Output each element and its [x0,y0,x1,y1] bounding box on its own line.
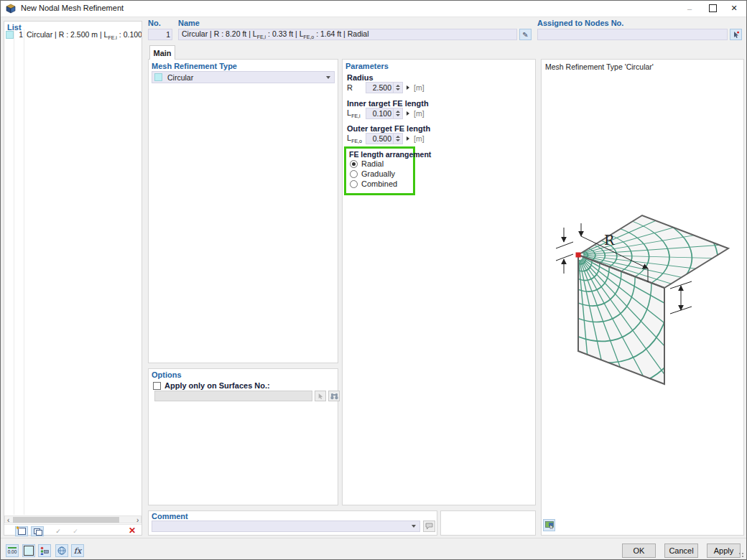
pick-surfaces-button [315,391,326,401]
copy-icon [34,528,42,535]
unit-popup-icon[interactable] [407,111,409,116]
inner-fe-row: LFE,i 0.100 [m] [347,108,424,119]
color-swatch-button[interactable] [22,544,35,557]
select-nodes-button[interactable] [730,29,742,40]
list-hscrollbar[interactable]: ‹ › [4,515,141,523]
new-item-button[interactable]: ✦ [15,526,28,536]
globe-icon [57,546,66,555]
title-bar[interactable]: New Nodal Mesh Refinement – ✕ [1,1,746,17]
mesh-preview-image: R [544,203,743,411]
outer-fe-row: LFE,o 0.500 [m] [347,133,424,144]
delete-item-button[interactable]: ✕ [126,526,138,536]
inner-fe-symbol: LFE,i [347,108,366,118]
radio-icon[interactable] [350,160,358,168]
type-dropdown[interactable]: Circular [152,71,335,83]
assigned-nodes-input[interactable] [537,29,728,40]
comment-combobox[interactable] [152,521,420,532]
surfaces-input [154,391,312,401]
chevron-down-icon [326,76,330,79]
radius-unit: [m] [414,83,424,92]
help-globe-button[interactable] [55,544,68,557]
pick-cursor-icon [732,31,740,39]
refined-node-marker [576,253,581,258]
r-dimension-label: R [604,232,615,248]
tab-main[interactable]: Main [149,45,175,60]
no-label: No. [148,19,174,27]
scroll-left-icon[interactable]: ‹ [7,517,9,523]
list-grid-line [24,29,24,515]
preview-color-button[interactable] [543,519,555,531]
maximize-icon [709,4,717,12]
surfaces-field-row [154,391,340,401]
inner-fe-input[interactable]: 0.100 [366,108,403,119]
radio-radial[interactable]: Radial [350,159,384,168]
scrollbar-thumb[interactable] [13,517,119,523]
type-color-swatch [154,73,162,81]
preview-title: Mesh Refinement Type 'Circular' [545,62,654,71]
name-input[interactable]: Circular | R : 8.20 ft | LFE,i : 0.33 ft… [178,29,517,40]
spinner[interactable] [393,108,402,118]
chevron-down-icon [412,525,416,528]
radio-gradually-label: Gradually [361,169,395,178]
type-panel: Mesh Refinement Type Circular [148,59,338,363]
apply-surfaces-checkbox[interactable] [153,382,161,390]
dialog-footer: 0.00 fx OK Cancel Apply [1,538,746,560]
name-group: Name Circular | R : 8.20 ft | LFE,i : 0.… [178,19,532,42]
fe-arrangement-label: FE length arrangement [349,150,431,159]
options-panel: Options Apply only on Surfaces No.: [148,368,338,505]
radio-combined-label: Combined [361,179,397,188]
spinner[interactable] [393,134,402,144]
edit-icon: ✎ [522,31,528,39]
fe-arrangement-highlight: FE length arrangement Radial Gradually C… [344,146,415,195]
outer-fe-input[interactable]: 0.500 [366,133,403,144]
graphic-settings-icon [545,521,554,529]
list-item[interactable]: 1 Circular | R : 2.500 m | LFE,i : 0.100… [4,30,141,39]
list-grid-line [14,29,14,515]
type-value: Circular [167,73,193,82]
radio-gradually[interactable]: Gradually [350,169,395,178]
inner-fe-label: Inner target FE length [347,99,429,108]
close-button[interactable]: ✕ [723,1,745,16]
unit-popup-icon[interactable] [407,136,409,141]
display-properties-button[interactable] [38,544,51,557]
function-button[interactable]: fx [71,544,84,557]
resize-grip[interactable] [738,552,744,558]
color-swatch-icon [24,546,34,556]
scroll-right-icon[interactable]: › [136,517,139,523]
radio-icon[interactable] [350,170,358,178]
copy-item-button[interactable] [31,526,44,536]
window-title: New Nodal Mesh Refinement [21,4,124,12]
display-properties-icon [40,546,49,555]
decimal-places-button[interactable]: 0.00 [6,544,19,557]
find-surfaces-button [328,391,340,401]
spinner[interactable] [393,83,402,93]
tab-main-label: Main [153,49,171,57]
fx-icon: fx [74,546,81,556]
radius-input[interactable]: 2.500 [366,82,403,93]
binoculars-icon [330,393,338,400]
name-label: Name [178,19,532,27]
list-panel: List 1 Circular | R : 2.500 m | LFE,i : … [4,21,142,536]
no-value: 1 [149,30,172,39]
assigned-nodes-group: Assigned to Nodes No. [537,19,743,42]
cancel-button[interactable]: Cancel [664,543,698,558]
parameters-label: Parameters [345,62,389,70]
comment-panel: Comment [148,510,437,536]
color-swatch [6,31,14,39]
inner-fe-unit: [m] [414,109,424,118]
unit-popup-icon[interactable] [407,85,409,90]
ok-button[interactable]: OK [622,543,656,558]
maximize-button[interactable] [702,1,723,16]
comment-bubble-icon [425,523,433,530]
list-item-number: 1 [14,30,23,39]
minimize-button: – [679,1,700,16]
apply-button[interactable]: Apply [707,543,741,558]
comment-templates-button[interactable] [423,521,435,532]
radio-icon[interactable] [350,180,358,188]
edit-name-button[interactable]: ✎ [519,29,532,40]
outer-fe-symbol: LFE,o [347,134,366,144]
options-label: Options [152,370,182,379]
apply-surfaces-row[interactable]: Apply only on Surfaces No.: [153,381,270,390]
radio-combined[interactable]: Combined [350,179,397,188]
spacer-panel [440,510,536,536]
